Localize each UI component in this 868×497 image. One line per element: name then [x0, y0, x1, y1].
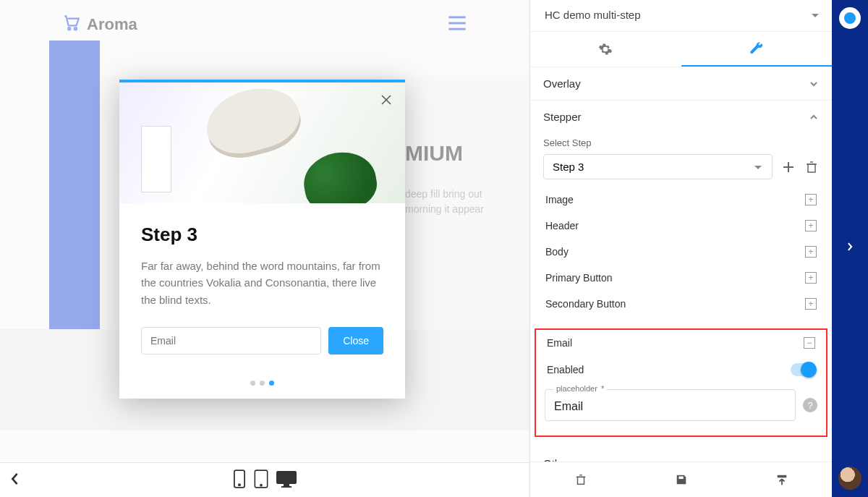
required-asterisk: * [601, 384, 604, 393]
step-select-value: Step 3 [553, 161, 584, 173]
close-icon[interactable] [380, 94, 392, 109]
expand-icon[interactable]: + [805, 272, 817, 284]
back-button[interactable] [0, 472, 29, 488]
hero-body-fragment: deep fill bring out morning it appear [405, 187, 521, 217]
svg-point-8 [239, 484, 240, 485]
chevron-down-icon [810, 10, 820, 20]
modal-body-text: Far far away, behind the word mountains,… [141, 258, 383, 308]
prop-header-label: Header [545, 220, 579, 231]
svg-marker-14 [812, 14, 819, 17]
prop-header[interactable]: Header + [543, 213, 819, 239]
prop-email-label: Email [547, 337, 572, 349]
desktop-icon[interactable] [276, 470, 297, 491]
step-dots [119, 370, 405, 399]
right-rail [832, 0, 868, 497]
trash-icon [805, 161, 818, 174]
tab-settings[interactable] [530, 32, 681, 67]
select-step-label: Select Step [543, 137, 819, 148]
placeholder-field: placeholder * ? [545, 389, 817, 421]
preview-toolbar [0, 462, 529, 497]
step-dot-active[interactable] [269, 381, 274, 386]
project-name: HC demo multi-step [545, 9, 641, 21]
preview-canvas: Aroma MIUM deep fill bring out morning i… [0, 0, 529, 497]
footer-delete-button[interactable] [571, 470, 591, 490]
rail-logo[interactable] [839, 7, 861, 29]
chevron-right-icon [845, 242, 855, 252]
step-select[interactable]: Step 3 [543, 154, 773, 179]
add-step-button[interactable] [781, 160, 796, 174]
email-enabled-label: Enabled [547, 364, 584, 375]
modal-title: Step 3 [141, 224, 383, 246]
svg-rect-21 [577, 477, 584, 484]
section-overlay[interactable]: Overlay [530, 67, 832, 101]
trash-icon [574, 473, 587, 486]
section-overlay-label: Overlay [543, 77, 581, 90]
save-icon [675, 473, 688, 486]
chevron-up-icon [809, 112, 819, 122]
stepper-body: Select Step Step 3 Image + [530, 133, 832, 328]
hero-title-fragment: MIUM [405, 141, 463, 166]
prop-body[interactable]: Body + [543, 239, 819, 265]
svg-rect-12 [284, 484, 289, 486]
section-stepper-label: Stepper [543, 111, 582, 123]
modal-image-hat [200, 82, 307, 166]
svg-rect-13 [281, 486, 292, 488]
hamburger-icon[interactable] [447, 14, 467, 35]
prop-email[interactable]: Email − [545, 330, 817, 356]
tablet-icon[interactable] [254, 470, 268, 491]
footer-publish-button[interactable] [772, 470, 792, 490]
prop-secondary-button[interactable]: Secondary Button + [543, 291, 819, 317]
hero-accent [49, 41, 100, 330]
user-avatar[interactable] [838, 467, 861, 490]
tab-build[interactable] [681, 32, 833, 67]
email-section-highlight: Email − Enabled placeholder * ? [535, 328, 827, 437]
expand-icon[interactable]: + [805, 246, 817, 258]
email-enabled-row: Enabled [545, 356, 817, 383]
email-input[interactable] [141, 327, 321, 354]
step-dot[interactable] [250, 381, 255, 386]
footer-save-button[interactable] [671, 470, 692, 490]
prop-primary-button[interactable]: Primary Button + [543, 265, 819, 291]
panel-footer [530, 462, 832, 497]
upload-icon [775, 473, 788, 486]
svg-marker-15 [754, 166, 762, 169]
email-enabled-toggle[interactable] [791, 363, 815, 376]
chevron-down-icon [809, 79, 819, 89]
cart-icon [62, 13, 81, 36]
expand-icon[interactable]: + [805, 298, 817, 310]
svg-rect-18 [808, 164, 815, 172]
section-other[interactable]: Other [530, 447, 832, 462]
site-brand: Aroma [62, 13, 137, 36]
step-modal: Step 3 Far far away, behind the word mou… [119, 80, 405, 399]
svg-rect-11 [276, 471, 297, 484]
section-stepper[interactable]: Stepper [530, 101, 832, 133]
rail-expand-button[interactable] [845, 242, 855, 255]
mobile-icon[interactable] [232, 470, 247, 491]
step-dot[interactable] [260, 381, 265, 386]
placeholder-field-label: placeholder * [553, 384, 607, 393]
prop-secondary-button-label: Secondary Button [545, 298, 626, 310]
delete-step-button[interactable] [804, 160, 819, 174]
close-button[interactable]: Close [328, 327, 383, 354]
brand-text: Aroma [87, 15, 137, 34]
prop-body-label: Body [545, 246, 569, 258]
chevron-down-icon [753, 162, 763, 172]
svg-point-1 [75, 27, 77, 30]
expand-icon[interactable]: + [805, 194, 817, 205]
expand-icon[interactable]: + [805, 220, 817, 231]
prop-primary-button-label: Primary Button [545, 272, 613, 284]
svg-point-10 [260, 484, 262, 485]
placeholder-label-text: placeholder [556, 384, 597, 393]
prop-image-label: Image [545, 194, 574, 205]
panel-tabs [530, 32, 832, 67]
svg-point-0 [68, 27, 70, 30]
settings-panel: HC demo multi-step Overlay Stepper Selec… [529, 0, 832, 497]
help-icon[interactable]: ? [803, 398, 817, 412]
collapse-icon[interactable]: − [804, 337, 815, 349]
modal-image [119, 82, 405, 203]
prop-image[interactable]: Image + [543, 187, 819, 213]
placeholder-input[interactable] [545, 389, 796, 421]
gear-icon [598, 42, 613, 56]
project-selector[interactable]: HC demo multi-step [530, 0, 832, 32]
wrench-icon [749, 41, 764, 56]
